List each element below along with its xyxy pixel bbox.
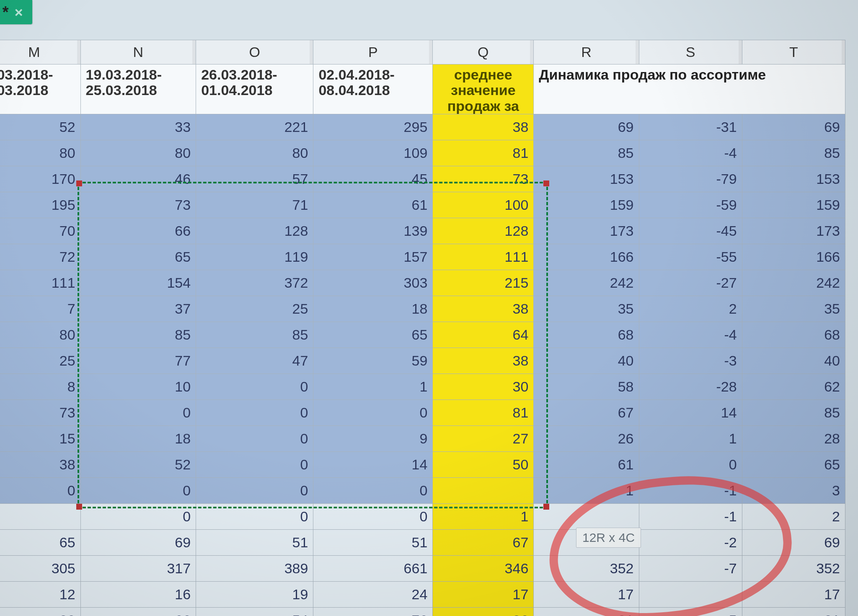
cell-S[interactable]: -4 (639, 322, 742, 348)
cell-Q[interactable]: 38 (433, 348, 534, 374)
cell-Q[interactable]: 215 (433, 270, 534, 296)
cell-M[interactable]: 80 (0, 322, 80, 348)
cell-S[interactable]: 5 (639, 608, 742, 616)
cell-R[interactable]: 166 (534, 244, 639, 270)
cell-S[interactable]: -3 (639, 348, 742, 374)
cell-S[interactable]: 14 (639, 400, 742, 426)
cell-T[interactable]: 3 (742, 478, 845, 504)
cell-T[interactable]: 159 (742, 192, 845, 218)
cell-T[interactable]: 352 (742, 556, 845, 582)
cell-P[interactable]: 0 (313, 478, 433, 504)
cell-S[interactable]: 2 (639, 296, 742, 322)
cell-P[interactable]: 303 (313, 270, 433, 296)
hdr-M[interactable]: .03.2018- .03.2018 (0, 64, 80, 114)
cell-M[interactable]: 52 (0, 114, 80, 140)
cell-N[interactable]: 16 (80, 582, 196, 608)
cell-M[interactable]: 111 (0, 270, 80, 296)
cell-M[interactable] (0, 504, 80, 530)
cell-T[interactable]: 85 (742, 140, 845, 166)
cell-O[interactable]: 57 (196, 166, 313, 192)
cell-T[interactable]: 69 (742, 530, 845, 556)
cell-O[interactable]: 47 (196, 348, 313, 374)
cell-S[interactable]: -2 (639, 530, 742, 556)
cell-R[interactable]: 61 (534, 452, 639, 478)
cell-N[interactable]: 52 (80, 452, 196, 478)
col-resize-handle[interactable] (842, 40, 845, 64)
cell-O[interactable]: 119 (196, 244, 313, 270)
cell-S[interactable]: -1 (639, 478, 742, 504)
cell-O[interactable]: 372 (196, 270, 313, 296)
cell-R[interactable]: 26 (534, 426, 639, 452)
cell-Q[interactable]: 346 (433, 556, 534, 582)
cell-R[interactable]: 67 (534, 400, 639, 426)
cell-T[interactable]: 81 (742, 608, 845, 616)
sheet-tab-active[interactable]: И * × (0, 0, 32, 24)
col-header-N[interactable]: N (80, 40, 196, 64)
cell-O[interactable]: 0 (196, 400, 313, 426)
cell-S[interactable]: -55 (639, 244, 742, 270)
hdr-P[interactable]: 02.04.2018- 08.04.2018 (313, 64, 433, 114)
cell-T[interactable]: 85 (742, 400, 845, 426)
cell-M[interactable]: 7 (0, 296, 80, 322)
cell-N[interactable]: 18 (80, 426, 196, 452)
cell-R[interactable]: 69 (534, 114, 639, 140)
col-header-R[interactable]: R (534, 40, 639, 64)
cell-P[interactable]: 59 (313, 348, 433, 374)
cell-M[interactable]: 305 (0, 556, 80, 582)
hdr-Q[interactable]: среднее значение продаж за (433, 64, 534, 114)
cell-O[interactable]: 19 (196, 582, 313, 608)
cell-O[interactable]: 389 (196, 556, 313, 582)
col-resize-handle[interactable] (77, 40, 80, 64)
cell-M[interactable]: 70 (0, 218, 80, 244)
cell-N[interactable]: 0 (80, 478, 196, 504)
cell-M[interactable]: 195 (0, 192, 80, 218)
cell-S[interactable]: -7 (639, 556, 742, 582)
col-header-M[interactable]: M (0, 40, 80, 64)
col-resize-handle[interactable] (530, 40, 533, 64)
cell-T[interactable]: 69 (742, 114, 845, 140)
cell-O[interactable]: 0 (196, 504, 313, 530)
cell-O[interactable]: 0 (196, 478, 313, 504)
cell-P[interactable]: 9 (313, 426, 433, 452)
cell-M[interactable]: 8 (0, 374, 80, 400)
cell-N[interactable]: 77 (80, 348, 196, 374)
cell-Q[interactable]: 30 (433, 374, 534, 400)
col-resize-handle[interactable] (310, 40, 313, 64)
cell-Q[interactable]: 64 (433, 322, 534, 348)
cell-Q[interactable]: 81 (433, 400, 534, 426)
cell-S[interactable]: -1 (639, 504, 742, 530)
cell-O[interactable]: 85 (196, 322, 313, 348)
cell-Q[interactable]: 86 (433, 608, 534, 616)
cell-O[interactable]: 0 (196, 374, 313, 400)
cell-P[interactable]: 139 (313, 218, 433, 244)
cell-N[interactable]: 0 (80, 504, 196, 530)
cell-T[interactable]: 17 (742, 582, 845, 608)
cell-P[interactable]: 61 (313, 192, 433, 218)
cell-M[interactable]: 80 (0, 140, 80, 166)
cell-N[interactable]: 66 (80, 218, 196, 244)
col-resize-handle[interactable] (192, 40, 196, 64)
cell-O[interactable]: 25 (196, 296, 313, 322)
cell-R[interactable]: 68 (534, 322, 639, 348)
cell-S[interactable]: -79 (639, 166, 742, 192)
cell-T[interactable]: 40 (742, 348, 845, 374)
cell-N[interactable]: 65 (80, 244, 196, 270)
cell-M[interactable]: 170 (0, 166, 80, 192)
cell-M[interactable]: 72 (0, 244, 80, 270)
cell-Q[interactable]: 81 (433, 140, 534, 166)
cell-O[interactable]: 54 (196, 608, 313, 616)
cell-Q[interactable]: 38 (433, 296, 534, 322)
cell-R[interactable]: 173 (534, 218, 639, 244)
cell-R[interactable]: 242 (534, 270, 639, 296)
cell-N[interactable]: 73 (80, 192, 196, 218)
cell-P[interactable]: 109 (313, 140, 433, 166)
cell-O[interactable]: 221 (196, 114, 313, 140)
cell-N[interactable]: 69 (80, 530, 196, 556)
cell-N[interactable]: 66 (80, 608, 196, 616)
cell-Q[interactable]: 1 (433, 504, 534, 530)
cell-N[interactable]: 46 (80, 166, 196, 192)
cell-Q[interactable]: 111 (433, 244, 534, 270)
cell-O[interactable]: 0 (196, 452, 313, 478)
cell-N[interactable]: 0 (80, 400, 196, 426)
cell-T[interactable]: 62 (742, 374, 845, 400)
